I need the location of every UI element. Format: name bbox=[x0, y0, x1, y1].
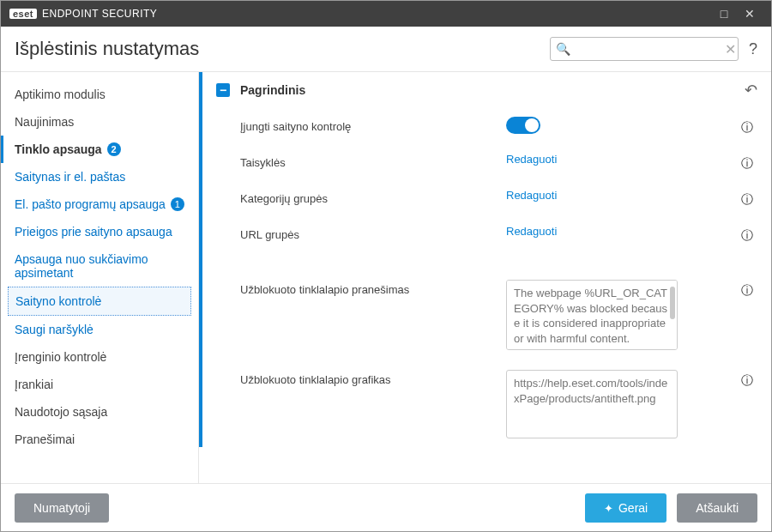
titlebar: eset ENDPOINT SECURITY □ ✕ bbox=[1, 1, 771, 27]
info-icon[interactable]: ⓘ bbox=[737, 225, 757, 244]
sidebar-item-network[interactable]: Tinklo apsauga 2 bbox=[1, 136, 198, 163]
revert-icon[interactable]: ↶ bbox=[745, 81, 757, 100]
brand: eset ENDPOINT SECURITY bbox=[9, 8, 157, 20]
sidebar-item-web-email[interactable]: Saitynas ir el. paštas bbox=[1, 163, 198, 190]
sidebar-item-secure-browser[interactable]: Saugi naršyklė bbox=[1, 316, 198, 343]
sidebar-item-tools[interactable]: Įrankiai bbox=[1, 371, 198, 398]
row-label: Įjungti saityno kontrolę bbox=[240, 117, 506, 133]
row-blocked-message: Užblokuoto tinklalapio pranešimas ⓘ bbox=[202, 271, 771, 361]
sidebar-item-label: Saugi naršyklė bbox=[15, 323, 93, 336]
sidebar-item-label: Įrankiai bbox=[15, 378, 53, 391]
panel-main: − Pagrindinis ↶ Įjungti saityno kontrolę… bbox=[199, 72, 771, 447]
info-icon[interactable]: ⓘ bbox=[737, 117, 757, 136]
sidebar-item-label: Aptikimo modulis bbox=[15, 88, 106, 101]
row-enable: Įjungti saityno kontrolę ⓘ bbox=[202, 108, 771, 144]
sidebar-item-label: El. pašto programų apsauga bbox=[15, 197, 166, 211]
cancel-button[interactable]: Atšaukti bbox=[677, 493, 757, 523]
sidebar-item-label: Saityno kontrolė bbox=[15, 294, 101, 308]
ok-button[interactable]: Gerai bbox=[585, 493, 666, 523]
sidebar-item-label: Naudotojo sąsaja bbox=[15, 405, 107, 419]
search-input[interactable] bbox=[576, 43, 720, 56]
row-category-groups: Kategorijų grupės Redaguoti ⓘ bbox=[202, 180, 771, 216]
badge-icon: 2 bbox=[107, 142, 121, 156]
info-icon[interactable]: ⓘ bbox=[737, 153, 757, 172]
button-label: Numatytoji bbox=[33, 501, 90, 515]
sidebar-item-update[interactable]: Naujinimas bbox=[1, 108, 198, 136]
page-title: Išplėstinis nustatymas bbox=[15, 38, 550, 60]
sidebar-item-label: Įrenginio kontrolė bbox=[15, 350, 106, 364]
button-label: Atšaukti bbox=[696, 501, 739, 515]
sidebar-item-ui[interactable]: Naudotojo sąsaja bbox=[1, 398, 198, 426]
blocked-message-textarea[interactable] bbox=[506, 280, 678, 350]
search-icon: 🔍 bbox=[556, 42, 570, 56]
sidebar-item-label: Tinklo apsauga bbox=[15, 142, 102, 156]
sidebar-item-label: Apsauga nuo sukčiavimo apsimetant bbox=[15, 252, 184, 280]
sidebar-item-label: Naujinimas bbox=[15, 115, 74, 129]
row-label: Užblokuoto tinklalapio grafikas bbox=[240, 370, 506, 386]
window-close-icon[interactable]: ✕ bbox=[737, 7, 763, 21]
edit-rules-link[interactable]: Redaguoti bbox=[506, 153, 557, 166]
product-name: ENDPOINT SECURITY bbox=[42, 8, 157, 20]
sidebar-item-label: Prieigos prie saityno apsauga bbox=[15, 225, 172, 239]
default-button[interactable]: Numatytoji bbox=[15, 493, 109, 523]
sidebar-item-web-control[interactable]: Saityno kontrolė bbox=[8, 287, 191, 316]
sidebar-item-label: Pranešimai bbox=[15, 432, 75, 446]
blocked-image-textarea[interactable] bbox=[506, 370, 678, 438]
row-label: URL grupės bbox=[240, 225, 506, 241]
window-maximize-icon[interactable]: □ bbox=[711, 7, 737, 21]
row-url-groups: URL grupės Redaguoti ⓘ bbox=[202, 216, 771, 252]
sidebar-item-detection[interactable]: Aptikimo modulis bbox=[1, 81, 198, 108]
panel-title: Pagrindinis bbox=[240, 83, 734, 97]
header: Išplėstinis nustatymas 🔍 ✕ ? bbox=[1, 27, 771, 72]
sidebar-item-email-client[interactable]: El. pašto programų apsauga 1 bbox=[1, 190, 198, 218]
row-label: Kategorijų grupės bbox=[240, 189, 506, 205]
sidebar-item-antiphishing[interactable]: Apsauga nuo sukčiavimo apsimetant bbox=[1, 245, 198, 287]
sidebar: Aptikimo modulis Naujinimas Tinklo apsau… bbox=[1, 72, 198, 483]
row-blocked-image: Užblokuoto tinklalapio grafikas ⓘ bbox=[202, 361, 771, 447]
button-label: Gerai bbox=[618, 501, 648, 515]
shield-icon bbox=[604, 501, 613, 515]
edit-catgroups-link[interactable]: Redaguoti bbox=[506, 189, 557, 202]
row-label: Taisyklės bbox=[240, 153, 506, 169]
brand-box: eset bbox=[9, 9, 37, 19]
info-icon[interactable]: ⓘ bbox=[737, 280, 757, 299]
row-rules: Taisyklės Redaguoti ⓘ bbox=[202, 144, 771, 180]
enable-toggle[interactable] bbox=[506, 117, 540, 134]
badge-icon: 1 bbox=[171, 197, 184, 211]
edit-urlgroups-link[interactable]: Redaguoti bbox=[506, 225, 557, 238]
info-icon[interactable]: ⓘ bbox=[737, 189, 757, 208]
content-pane: − Pagrindinis ↶ Įjungti saityno kontrolę… bbox=[198, 72, 771, 483]
sidebar-item-device-control[interactable]: Įrenginio kontrolė bbox=[1, 343, 198, 371]
info-icon[interactable]: ⓘ bbox=[737, 370, 757, 389]
search-box[interactable]: 🔍 ✕ bbox=[550, 37, 739, 61]
scrollbar-thumb[interactable] bbox=[670, 287, 675, 319]
collapse-icon[interactable]: − bbox=[216, 83, 230, 97]
footer: Numatytoji Gerai Atšaukti bbox=[1, 483, 771, 531]
row-label: Užblokuoto tinklalapio pranešimas bbox=[240, 280, 506, 296]
help-icon[interactable]: ? bbox=[749, 40, 757, 58]
sidebar-item-web-access[interactable]: Prieigos prie saityno apsauga bbox=[1, 218, 198, 245]
clear-search-icon[interactable]: ✕ bbox=[725, 41, 736, 57]
sidebar-item-notifications[interactable]: Pranešimai bbox=[1, 426, 198, 453]
sidebar-item-label: Saitynas ir el. paštas bbox=[15, 170, 125, 184]
